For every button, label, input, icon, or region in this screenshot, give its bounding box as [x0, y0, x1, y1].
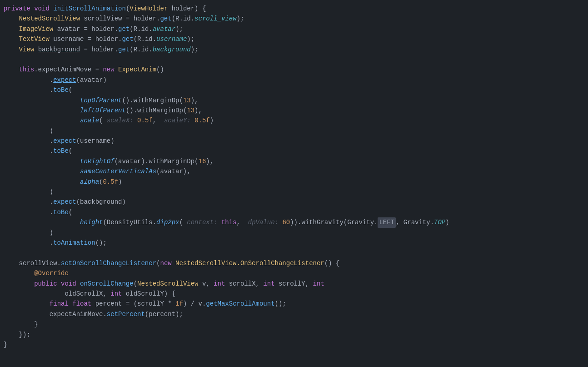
token: this [19, 65, 35, 75]
token: ().withMarginDp( [126, 106, 187, 116]
token: initScrollAnimation [53, 4, 126, 14]
token [4, 299, 50, 309]
token [34, 45, 38, 55]
code-line-29: oldScrollX, int oldScrollY) { [0, 289, 588, 299]
token: (R.id. [130, 24, 152, 34]
token: toBe [53, 207, 69, 217]
token: ( [69, 146, 72, 156]
token: View [19, 45, 35, 55]
token: expect [53, 75, 76, 85]
token: (avatar).withMarginDp( [115, 156, 199, 166]
code-line-31: expectAnimMove.setPercent(percent); [0, 309, 588, 319]
token: ); [191, 45, 199, 55]
token: toAnimation [53, 238, 95, 248]
token: context: [187, 217, 221, 227]
code-line-21: .toBe( [0, 207, 588, 217]
code-line-25 [0, 248, 588, 258]
token: ExpectAnim [118, 65, 156, 75]
token: int [263, 279, 279, 289]
token: scrollView = holder. [80, 14, 160, 24]
code-line-15: .toBe( [0, 146, 588, 156]
token [4, 34, 19, 44]
token: (percent); [145, 309, 183, 319]
token: , [153, 116, 164, 126]
token [4, 156, 80, 166]
token: v, [199, 279, 214, 289]
token: ) [4, 228, 53, 238]
token: . [4, 197, 53, 207]
token: scale [80, 116, 99, 126]
token: (); [275, 299, 286, 309]
token: scrollY, [279, 279, 313, 289]
token: 16 [199, 156, 206, 166]
token: ) [4, 126, 53, 136]
code-line-5: View backbground = holder.get(R.id.backg… [0, 45, 588, 55]
token: NestedScrollView [19, 14, 80, 24]
token: NestedScrollView [137, 279, 198, 289]
code-line-16: toRightOf(avatar).withMarginDp(16), [0, 156, 588, 166]
token: get [118, 45, 130, 55]
token: (); [95, 238, 107, 248]
code-line-30: final float percent = (scrollY * 1f) / v… [0, 299, 588, 309]
token: alpha [80, 177, 99, 187]
token: )).withGravity(Gravity. [290, 217, 378, 227]
token: ) [118, 177, 122, 187]
token: (R.id. [172, 14, 194, 24]
token: dip2px [156, 217, 179, 227]
token: 1f [175, 299, 183, 309]
token: . [4, 207, 53, 217]
code-line-6 [0, 55, 588, 65]
token: this [221, 217, 237, 227]
token: @Override [34, 268, 69, 278]
token: ) [210, 116, 214, 126]
token: username = holder. [50, 34, 122, 44]
code-line-8: .expect(avatar) [0, 75, 588, 85]
code-line-26: scrollView.setOnScrollChangeListener(new… [0, 258, 588, 268]
token: ( [126, 4, 130, 14]
code-line-3: ImageView avatar = holder.get(R.id.avata… [0, 24, 588, 34]
token: get [122, 34, 133, 44]
token: scrollX, [229, 279, 264, 289]
token: . [4, 136, 53, 146]
token: 0.5f [103, 177, 118, 187]
code-line-24: .toAnimation(); [0, 238, 588, 248]
token [4, 14, 19, 24]
token: TOP [434, 217, 445, 227]
code-line-12: scale( scaleX: 0.5f, scaleY: 0.5f) [0, 116, 588, 126]
token: avatar = holder. [53, 24, 118, 34]
token [4, 65, 19, 75]
token: int [110, 289, 126, 299]
token: new [160, 258, 175, 268]
token: ), [194, 106, 202, 116]
token: ( [99, 116, 107, 126]
token: 0.5f [194, 116, 210, 126]
token: } [4, 340, 7, 350]
code-line-1: private void initScrollAnimation(ViewHol… [0, 4, 588, 14]
token: background [153, 45, 191, 55]
token: percent = (scrollY * [95, 299, 175, 309]
token: NestedScrollView.OnScrollChangeListener [175, 258, 324, 268]
token: void [34, 4, 53, 14]
token: onScrollChange [80, 279, 134, 289]
token: (username) [76, 136, 115, 146]
token: getMaxScrollAmount [206, 299, 274, 309]
token [4, 116, 80, 126]
token: , [237, 217, 248, 227]
code-line-20: .expect(backbground) [0, 197, 588, 207]
token: scaleX: [107, 116, 137, 126]
code-line-17: sameCenterVerticalAs(avatar), [0, 166, 588, 176]
token: ().withMarginDp( [122, 96, 183, 106]
token: ( [69, 85, 72, 95]
token: (DensityUtils. [103, 217, 156, 227]
token: int [313, 279, 329, 289]
token: ); [187, 34, 194, 44]
token [4, 24, 19, 34]
token: setPercent [107, 309, 145, 319]
token: LEFT [378, 217, 396, 227]
token: void [61, 279, 80, 289]
token: toRightOf [80, 156, 115, 166]
token: 60 [282, 217, 290, 227]
token: ( [134, 279, 137, 289]
token: setOnScrollChangeListener [61, 258, 156, 268]
token [4, 217, 80, 227]
